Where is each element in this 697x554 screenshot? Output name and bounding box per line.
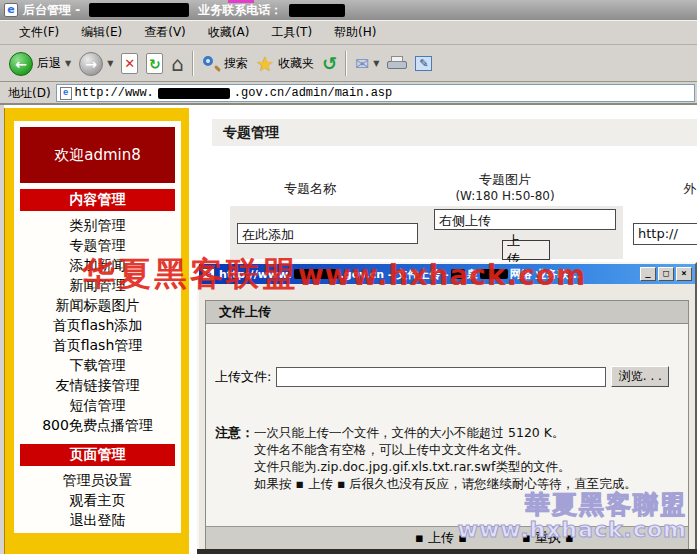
back-button[interactable]: ← 后退 ▼ <box>5 50 75 78</box>
window-title: 后台管理 - <box>23 2 80 19</box>
upload-panel-body: 上传文件: 浏览. . . 注意： 一次只能上传一个文件，文件的大小不能超过 5… <box>206 324 688 526</box>
redacted-text <box>480 269 508 279</box>
mail-icon: ✉ <box>355 54 369 74</box>
redacted-text <box>289 4 345 17</box>
address-input[interactable]: e http://www. .gov.cn/admin/main.asp <box>56 84 695 102</box>
column-topic-image-size: (W:180 H:50-80) <box>425 189 585 203</box>
home-button[interactable]: ⌂ <box>167 50 188 78</box>
menu-favorites[interactable]: 收藏(A) <box>197 20 261 45</box>
popup-titlebar[interactable]: e http://www. .gov.cn - 文件上传 - 泉 网络 业务联.… <box>199 264 695 284</box>
sidebar-item-flash-manage[interactable]: 首页flash管理 <box>14 335 181 355</box>
sidebar-header-content: 内容管理 <box>20 189 175 211</box>
page-content: 欢迎admin8 内容管理 类别管理 专题管理 添加新闻 新闻管理 新闻标题图片… <box>0 105 697 554</box>
sidebar-panel: 欢迎admin8 内容管理 类别管理 专题管理 添加新闻 新闻管理 新闻标题图片… <box>14 121 181 533</box>
note-line: 如果按 ▪ 上传 ▪ 后很久也没有反应，请您继续耐心等待，直至完成。 <box>215 475 637 492</box>
redacted-text <box>294 269 338 279</box>
popup-reset-button[interactable]: ▪ 重执 ▪ <box>522 529 574 547</box>
popup-upload-button[interactable]: ▪ 上传 ▪ <box>415 529 467 547</box>
sidebar-item-admin-settings[interactable]: 管理员设置 <box>14 470 181 490</box>
print-icon <box>387 56 407 72</box>
back-icon: ← <box>9 52 33 76</box>
sidebar-item-news-title-image[interactable]: 新闻标题图片 <box>14 295 181 315</box>
menu-file[interactable]: 文件(F) <box>8 20 70 45</box>
upload-panel-footer: ▪ 上传 ▪ ▪ 重执 ▪ <box>206 526 688 549</box>
sidebar-item-download[interactable]: 下载管理 <box>14 355 181 375</box>
column-topic-image: 专题图片 (W:180 H:50-80) <box>425 171 585 203</box>
sidebar-item-800[interactable]: 800免费点播管理 <box>14 415 181 435</box>
upload-notes: 注意： 一次只能上传一个文件，文件的大小不能超过 5120 K。 文件名不能含有… <box>215 424 637 492</box>
history-button[interactable]: ↺ <box>318 51 341 76</box>
page-title: 专题管理 <box>223 124 279 142</box>
file-upload-row: 上传文件: 浏览. . . <box>215 366 669 387</box>
search-button[interactable]: 搜索 <box>198 53 252 75</box>
refresh-icon: ↻ <box>146 53 163 74</box>
back-dropdown-icon[interactable]: ▼ <box>65 59 71 68</box>
sidebar-header-page: 页面管理 <box>20 444 175 466</box>
topic-name-input[interactable]: 在此添加 <box>237 223 418 244</box>
sidebar-item-topic[interactable]: 专题管理 <box>14 235 181 255</box>
stop-button[interactable]: ✕ <box>117 51 142 76</box>
window-titlebar: e 后台管理 - 业务联系电话： <box>0 0 697 20</box>
maximize-button[interactable]: □ <box>658 267 674 281</box>
column-topic-image-title: 专题图片 <box>425 171 585 189</box>
menu-tools[interactable]: 工具(T) <box>260 20 323 45</box>
refresh-button[interactable]: ↻ <box>142 51 167 76</box>
browse-button[interactable]: 浏览. . . <box>611 366 669 387</box>
file-input[interactable] <box>276 367 606 387</box>
print-button[interactable] <box>383 54 411 74</box>
redacted-text <box>158 88 230 99</box>
back-label: 后退 <box>37 55 61 72</box>
menu-help[interactable]: 帮助(H) <box>323 20 387 45</box>
redacted-text <box>89 3 189 17</box>
sidebar-item-logout[interactable]: 退出登陆 <box>14 510 181 530</box>
note-line: 文件只能为.zip.doc.jpg.gif.xls.txt.rar.swf类型的… <box>215 458 637 475</box>
menu-edit[interactable]: 编辑(E) <box>70 20 133 45</box>
sidebar-item-view-homepage[interactable]: 观看主页 <box>14 490 181 510</box>
url-suffix: .gov.cn/admin/main.asp <box>234 86 392 100</box>
ie-page-icon: e <box>202 268 215 281</box>
popup-bottom-edge <box>197 549 697 554</box>
external-link-input[interactable]: http:// <box>633 223 697 245</box>
favorites-button[interactable]: ★ 收藏夹 <box>252 50 318 78</box>
forward-button[interactable]: → ▼ <box>75 50 117 78</box>
sidebar-item-news-manage[interactable]: 新闻管理 <box>14 275 181 295</box>
address-label: 地址(D) <box>8 85 51 102</box>
upload-panel: 文件上传 上传文件: 浏览. . . 注意： 一次只能上传一个文件，文件的大小不… <box>205 300 689 550</box>
sidebar-item-links[interactable]: 友情链接管理 <box>14 375 181 395</box>
column-topic-name: 专题名称 <box>250 180 370 198</box>
close-button[interactable]: × <box>676 267 692 281</box>
note-line: 文件名不能含有空格，可以上传中文文件名文件。 <box>215 441 637 458</box>
sidebar-item-add-news[interactable]: 添加新闻 <box>14 255 181 275</box>
file-field-label: 上传文件: <box>215 368 271 386</box>
upload-button[interactable]: 上 传 <box>502 240 550 260</box>
toolbar-separator <box>345 51 347 76</box>
sidebar-item-flash-add[interactable]: 首页flash添加 <box>14 315 181 335</box>
edit-button[interactable]: ✎ <box>411 54 436 73</box>
sidebar: 欢迎admin8 内容管理 类别管理 专题管理 添加新闻 新闻管理 新闻标题图片… <box>4 108 189 554</box>
sidebar-item-category[interactable]: 类别管理 <box>14 215 181 235</box>
page-icon: e <box>60 87 72 100</box>
note-label: 注意： <box>215 424 254 441</box>
mail-button[interactable]: ✉ ▼ <box>351 52 383 76</box>
home-icon: ⌂ <box>171 52 184 76</box>
forward-dropdown-icon[interactable]: ▼ <box>107 59 113 68</box>
sidebar-item-sms[interactable]: 短信管理 <box>14 395 181 415</box>
redacted-text <box>451 269 465 279</box>
favorites-star-icon: ★ <box>256 52 274 76</box>
menu-view[interactable]: 查看(V) <box>133 20 197 45</box>
address-bar: 地址(D) e http://www. .gov.cn/admin/main.a… <box>0 83 697 105</box>
mail-dropdown-icon[interactable]: ▼ <box>373 59 379 68</box>
search-label: 搜索 <box>224 55 248 72</box>
page-heading-bar: 专题管理 <box>212 119 697 146</box>
favorites-label: 收藏夹 <box>278 55 314 72</box>
minimize-button[interactable]: _ <box>640 267 656 281</box>
toolbar-separator <box>192 51 194 76</box>
forward-icon: → <box>79 52 103 76</box>
topic-image-input[interactable]: 右侧上传 <box>434 209 616 230</box>
menu-bar: 文件(F) 编辑(E) 查看(V) 收藏(A) 工具(T) 帮助(H) <box>0 20 697 45</box>
window-title-phone: 业务联系电话： <box>198 2 282 19</box>
ie-logo-icon: e <box>4 3 18 17</box>
browser-toolbar: ← 后退 ▼ → ▼ ✕ ↻ ⌂ 搜索 ★ 收藏夹 ↺ ✉ ▼ ✎ <box>0 46 697 82</box>
popup-title: http://www. .gov.cn - 文件上传 - 泉 网络 业务联... <box>219 267 636 282</box>
upload-panel-header: 文件上传 <box>206 301 688 324</box>
